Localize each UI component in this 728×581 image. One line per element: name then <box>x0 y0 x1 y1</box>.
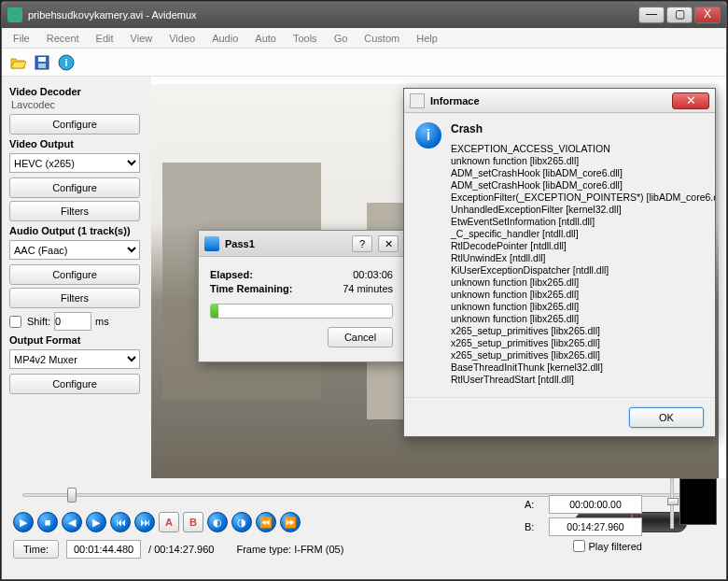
a-value[interactable]: 00:00:00.00 <box>549 495 642 514</box>
info-window-icon <box>410 93 425 108</box>
video-decoder-title: Video Decoder <box>9 86 144 97</box>
next-frame-button[interactable]: ▶ <box>86 512 106 532</box>
video-output-select[interactable]: HEVC (x265) <box>9 153 140 173</box>
prev-black-button[interactable]: ◐ <box>207 512 228 532</box>
app-icon <box>7 7 22 22</box>
maximize-button[interactable]: ▢ <box>666 7 693 23</box>
remaining-label: Time Remaining: <box>210 283 292 294</box>
ab-markers: A: 00:00:00.00 B: 00:14:27.960 <box>525 495 642 536</box>
remaining-value: 74 minutes <box>343 283 393 294</box>
menubar: File Recent Edit View Video Audio Auto T… <box>2 28 726 49</box>
progress-bar <box>210 304 393 319</box>
play-filtered-label: Play filtered <box>589 541 642 552</box>
menu-help[interactable]: Help <box>409 31 445 46</box>
progress-dialog: Pass1 ? ✕ Elapsed:00:03:06 Time Remainin… <box>198 230 405 362</box>
info-title: Informace <box>430 95 672 106</box>
duration-label: / 00:14:27.960 <box>148 544 214 555</box>
close-button[interactable]: X <box>694 7 721 23</box>
cancel-button[interactable]: Cancel <box>328 327 393 347</box>
svg-rect-2 <box>38 64 46 68</box>
info-icon: i <box>415 122 441 149</box>
elapsed-value: 00:03:06 <box>353 269 393 280</box>
menu-go[interactable]: Go <box>327 31 356 46</box>
time-button[interactable]: Time: <box>13 540 59 559</box>
open-icon[interactable] <box>7 52 28 73</box>
menu-custom[interactable]: Custom <box>357 31 407 46</box>
progress-close-button[interactable]: ✕ <box>378 235 399 252</box>
play-button[interactable]: ▶ <box>13 512 34 532</box>
volume-slider[interactable] <box>670 478 674 529</box>
info-close-button[interactable]: ✕ <box>672 92 709 109</box>
audio-output-title: Audio Output (1 track(s)) <box>9 225 144 236</box>
stop-button[interactable]: ■ <box>37 512 58 532</box>
b-value[interactable]: 00:14:27.960 <box>549 517 642 536</box>
menu-tools[interactable]: Tools <box>286 31 325 46</box>
crash-heading: Crash <box>451 122 715 135</box>
video-output-configure-button[interactable]: Configure <box>9 177 140 198</box>
time-value[interactable]: 00:01:44.480 <box>66 540 141 559</box>
save-icon[interactable] <box>32 52 52 73</box>
shift-unit: ms <box>95 316 109 327</box>
video-decoder-value: Lavcodec <box>11 99 144 110</box>
ok-button[interactable]: OK <box>629 407 704 428</box>
next-keyframe-button[interactable]: ⏭ <box>134 512 155 532</box>
sidebar: Video Decoder Lavcodec Configure Video O… <box>2 77 151 478</box>
output-format-title: Output Format <box>9 334 144 346</box>
last-frame-button[interactable]: ⏩ <box>280 512 301 532</box>
output-format-configure-button[interactable]: Configure <box>9 374 140 394</box>
next-black-button[interactable]: ◑ <box>231 512 252 532</box>
video-output-title: Video Output <box>9 138 144 149</box>
menu-edit[interactable]: Edit <box>89 31 121 46</box>
prev-frame-button[interactable]: ◀ <box>62 512 82 532</box>
shift-label: Shift: <box>27 316 50 327</box>
progress-help-button[interactable]: ? <box>352 235 372 252</box>
info-dialog: Informace ✕ i Crash EXCEPTION_ACCESS_VIO… <box>403 88 716 437</box>
mark-a-button[interactable]: A <box>159 512 179 532</box>
mark-b-button[interactable]: B <box>183 512 203 532</box>
menu-recent[interactable]: Recent <box>39 31 87 46</box>
menu-audio[interactable]: Audio <box>204 31 245 46</box>
elapsed-label: Elapsed: <box>210 269 253 280</box>
progress-title: Pass1 <box>225 238 346 249</box>
info-icon[interactable]: i <box>56 52 77 73</box>
menu-view[interactable]: View <box>123 31 161 46</box>
window-title: pribehsudkovykamery.avi - Avidemux <box>28 9 637 21</box>
minimize-button[interactable]: — <box>638 7 665 23</box>
video-output-filters-button[interactable]: Filters <box>9 201 140 221</box>
dialog-icon <box>204 236 219 251</box>
audio-output-filters-button[interactable]: Filters <box>9 288 140 308</box>
progress-titlebar[interactable]: Pass1 ? ✕ <box>199 231 404 257</box>
menu-video[interactable]: Video <box>161 31 203 46</box>
crash-trace: EXCEPTION_ACCESS_VIOLATION unknown funct… <box>451 143 715 386</box>
menu-file[interactable]: File <box>6 31 37 46</box>
titlebar[interactable]: pribehsudkovykamery.avi - Avidemux — ▢ X <box>2 2 726 28</box>
shift-input[interactable] <box>54 312 91 331</box>
b-label: B: <box>525 521 543 532</box>
preview-thumbnail <box>679 478 717 525</box>
play-filtered-checkbox[interactable] <box>573 540 585 552</box>
svg-rect-1 <box>38 57 46 62</box>
a-label: A: <box>525 499 543 510</box>
audio-output-configure-button[interactable]: Configure <box>9 264 140 285</box>
first-frame-button[interactable]: ⏪ <box>256 512 276 532</box>
toolbar: i <box>2 49 726 77</box>
menu-auto[interactable]: Auto <box>247 31 284 46</box>
decoder-configure-button[interactable]: Configure <box>9 114 140 135</box>
prev-keyframe-button[interactable]: ⏮ <box>110 512 131 532</box>
frame-type-label: Frame type: I-FRM (05) <box>236 544 343 555</box>
output-format-select[interactable]: MP4v2 Muxer <box>9 349 140 369</box>
svg-text:i: i <box>64 57 67 68</box>
audio-output-select[interactable]: AAC (Faac) <box>9 240 140 260</box>
info-titlebar[interactable]: Informace ✕ <box>404 89 715 113</box>
shift-checkbox[interactable] <box>9 316 21 328</box>
